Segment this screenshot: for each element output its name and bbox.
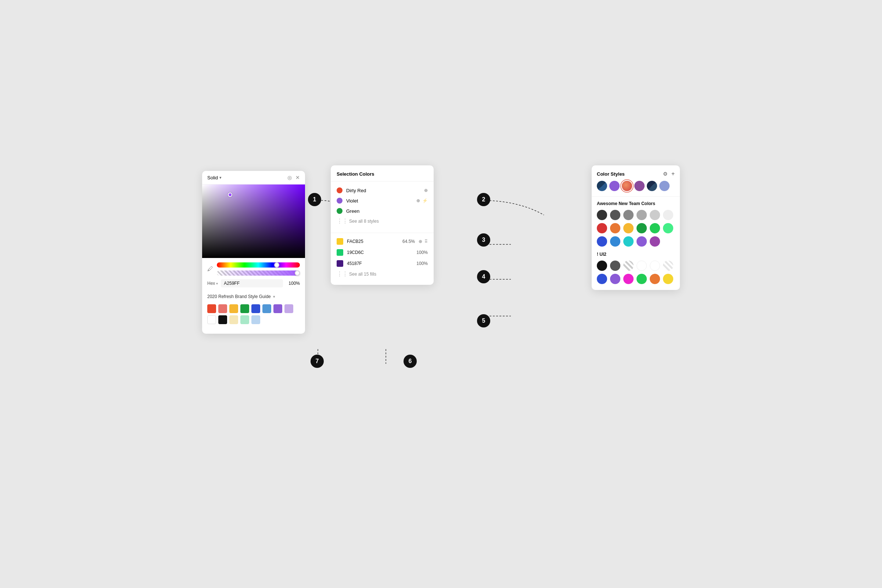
style-swatch[interactable]	[650, 210, 660, 220]
style-swatch[interactable]	[636, 236, 647, 247]
style-swatch[interactable]	[610, 210, 620, 220]
gradient-canvas[interactable]	[202, 184, 305, 258]
opacity-thumb[interactable]	[295, 270, 300, 276]
unlink-icon[interactable]: ⚡	[422, 198, 428, 203]
style-swatch-checkered[interactable]	[623, 261, 634, 271]
swatch-purple[interactable]	[273, 304, 282, 313]
opacity-slider[interactable]	[217, 270, 300, 276]
crosshair-icon[interactable]: ⊕	[416, 198, 420, 203]
top-swatch-1[interactable]	[597, 181, 607, 191]
swatch-salmon[interactable]	[218, 304, 227, 313]
style-swatch[interactable]	[597, 210, 607, 220]
swatch-mint[interactable]	[240, 315, 249, 324]
chevron-down-icon[interactable]: ▾	[219, 175, 222, 180]
swatch-cream[interactable]	[230, 315, 238, 324]
swatch-green[interactable]	[240, 304, 249, 313]
ui2-section-title: ! UI2	[597, 252, 675, 257]
top-swatch-2[interactable]	[609, 181, 620, 191]
swatch-skyblue[interactable]	[251, 315, 260, 324]
style-swatch[interactable]	[636, 274, 647, 284]
style-swatch[interactable]	[610, 236, 620, 247]
badge-4: 4	[477, 270, 490, 284]
style-swatch[interactable]	[636, 210, 647, 220]
hex-input[interactable]	[221, 279, 283, 287]
style-swatch[interactable]	[650, 223, 660, 233]
ui2-swatches	[597, 261, 675, 284]
style-swatch[interactable]	[636, 261, 647, 271]
style-swatch[interactable]	[663, 274, 673, 284]
fill-row[interactable]: 45187F 100%	[331, 258, 434, 269]
swatch-yellow[interactable]	[230, 304, 238, 313]
badge-6: 6	[404, 355, 417, 368]
style-swatch[interactable]	[597, 261, 607, 271]
link-icon[interactable]: ⊕	[424, 188, 428, 193]
badge-1: 1	[308, 193, 321, 206]
style-swatch-checkered2[interactable]	[663, 261, 673, 271]
badge-2-label: 2	[482, 196, 486, 203]
style-swatch[interactable]	[663, 223, 673, 233]
water-drop-icon[interactable]: ◎	[287, 175, 292, 180]
library-label[interactable]: 2020 Refresh Brand Style Guide ▾	[202, 291, 305, 302]
style-swatch[interactable]	[623, 274, 634, 284]
fill-type-selector[interactable]: Solid ▾	[207, 175, 222, 180]
fill-grid-icon[interactable]: ⠿	[424, 239, 428, 244]
swatch-blue[interactable]	[251, 304, 260, 313]
filter-icon[interactable]: ⚙	[663, 171, 668, 177]
style-swatch[interactable]	[650, 274, 660, 284]
style-swatch[interactable]	[610, 274, 620, 284]
hex-chevron-icon[interactable]: ▾	[216, 282, 218, 285]
eyedropper-icon[interactable]: 🖊	[207, 266, 213, 272]
fill-row[interactable]: 19CD6C 100%	[331, 247, 434, 258]
ui2-section: ! UI2	[592, 247, 680, 284]
add-style-icon[interactable]: +	[671, 171, 675, 177]
gradient-thumb[interactable]	[228, 193, 232, 197]
hue-thumb[interactable]	[274, 262, 279, 267]
styles-header: Color Styles ⚙ +	[592, 171, 680, 181]
badge-3-label: 3	[482, 237, 486, 243]
close-icon[interactable]: ✕	[296, 175, 300, 180]
style-swatch[interactable]	[650, 236, 660, 247]
color-actions-violet: ⊕ ⚡	[416, 198, 428, 203]
fill-actions-1: ⊕ ⠿	[418, 239, 428, 244]
fill-swatch-yellow	[337, 238, 343, 245]
color-name-violet: Violet	[346, 198, 413, 204]
fill-opacity-1: 64.5%	[402, 239, 415, 244]
style-swatch[interactable]	[610, 261, 620, 271]
fill-crosshair-icon[interactable]: ⊕	[418, 239, 422, 244]
list-item[interactable]: Violet ⊕ ⚡	[331, 195, 434, 206]
style-swatch[interactable]	[597, 223, 607, 233]
top-swatch-6[interactable]	[659, 181, 670, 191]
selection-title: Selection Colors	[331, 171, 434, 182]
top-swatch-3-selected[interactable]	[622, 181, 632, 191]
style-swatch[interactable]	[650, 261, 660, 271]
badge-7: 7	[310, 355, 324, 368]
style-swatch[interactable]	[636, 223, 647, 233]
style-swatch[interactable]	[597, 274, 607, 284]
style-swatch[interactable]	[623, 236, 634, 247]
see-all-styles-link[interactable]: ⋮⋮ See all 8 styles	[331, 216, 434, 226]
top-swatch-5[interactable]	[647, 181, 657, 191]
style-swatch[interactable]	[623, 210, 634, 220]
selection-colors-list: Dirty Red ⊕ Violet ⊕ ⚡ Green	[331, 182, 434, 230]
swatch-lightblue[interactable]	[262, 304, 271, 313]
color-dot-green	[337, 208, 342, 214]
swatch-black[interactable]	[218, 315, 227, 324]
list-item[interactable]: Dirty Red ⊕	[331, 185, 434, 195]
fill-row[interactable]: FACB25 64.5% ⊕ ⠿	[331, 236, 434, 247]
swatch-lavender[interactable]	[285, 304, 293, 313]
style-swatch[interactable]	[597, 236, 607, 247]
hex-format-selector[interactable]: Hex ▾	[207, 281, 218, 286]
see-all-fills-link[interactable]: ⋮⋮ See all 15 fills	[331, 269, 434, 279]
style-swatch[interactable]	[623, 223, 634, 233]
see-all-styles-text: See all 8 styles	[349, 219, 379, 224]
swatch-red[interactable]	[207, 304, 216, 313]
style-swatch[interactable]	[663, 210, 673, 220]
list-item[interactable]: Green	[331, 206, 434, 216]
library-chevron-icon[interactable]: ▾	[273, 294, 275, 299]
hue-slider[interactable]	[217, 262, 300, 267]
swatch-empty[interactable]	[207, 315, 216, 324]
badge-3: 3	[477, 233, 490, 247]
top-swatch-4[interactable]	[634, 181, 645, 191]
style-swatch[interactable]	[610, 223, 620, 233]
picker-sliders: 🖊	[202, 258, 305, 276]
